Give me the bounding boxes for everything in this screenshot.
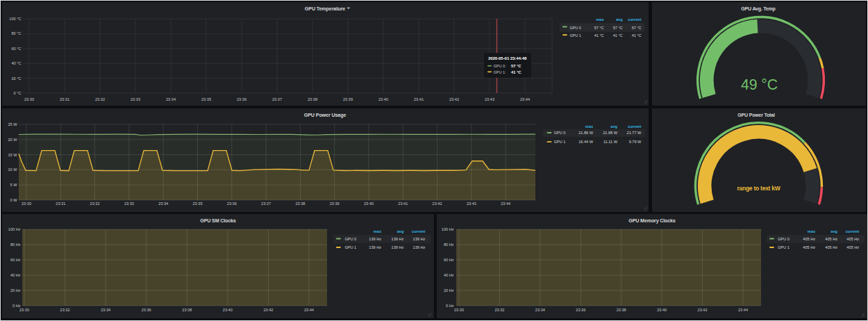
svg-text:23:38: 23:38 <box>617 308 626 312</box>
svg-text:23:39: 23:39 <box>343 97 353 101</box>
svg-text:23:36: 23:36 <box>142 308 151 312</box>
svg-text:100 °C: 100 °C <box>9 17 21 21</box>
svg-text:GPU 0: GPU 0 <box>554 131 566 135</box>
svg-text:405 Hz: 405 Hz <box>825 237 837 241</box>
svg-text:23:33: 23:33 <box>131 97 140 101</box>
svg-text:41 °C: 41 °C <box>594 33 604 38</box>
svg-text:23:42: 23:42 <box>433 201 442 206</box>
svg-text:405 Hz: 405 Hz <box>846 237 859 241</box>
svg-text:57 °C: 57 °C <box>613 26 623 30</box>
svg-text:0 °C: 0 °C <box>14 91 22 95</box>
svg-text:80 °C: 80 °C <box>11 31 21 35</box>
svg-text:20 W: 20 W <box>8 138 17 142</box>
svg-text:57 °C: 57 °C <box>594 26 604 30</box>
svg-text:23:34: 23:34 <box>158 201 168 206</box>
svg-text:60 Hz: 60 Hz <box>444 258 454 262</box>
svg-text:139 Hz: 139 Hz <box>413 237 426 241</box>
svg-text:GPU 1: GPU 1 <box>554 140 566 144</box>
svg-text:GPU 1:: GPU 1: <box>494 70 507 74</box>
svg-text:20 Hz: 20 Hz <box>444 288 454 293</box>
svg-text:max: max <box>585 124 594 129</box>
svg-text:GPU Memory Clocks: GPU Memory Clocks <box>628 217 676 224</box>
svg-text:avg: avg <box>616 17 623 22</box>
svg-text:23:30: 23:30 <box>454 308 464 312</box>
svg-text:40 °C: 40 °C <box>11 61 21 65</box>
svg-text:60 °C: 60 °C <box>11 47 21 51</box>
svg-text:avg: avg <box>610 124 617 129</box>
svg-text:23:32: 23:32 <box>95 97 105 101</box>
svg-text:current: current <box>628 124 641 129</box>
svg-text:GPU 0:: GPU 0: <box>494 64 507 68</box>
svg-text:60 Hz: 60 Hz <box>10 258 21 262</box>
svg-text:23:30: 23:30 <box>22 201 31 206</box>
svg-text:GPU 1: GPU 1 <box>778 245 790 249</box>
svg-text:16.44 W: 16.44 W <box>578 140 594 144</box>
svg-text:21.77 W: 21.77 W <box>627 131 642 135</box>
svg-text:20 °C: 20 °C <box>11 76 21 81</box>
svg-text:GPU SM Clocks: GPU SM Clocks <box>200 217 236 224</box>
svg-text:23:32: 23:32 <box>60 308 70 312</box>
svg-text:23:42: 23:42 <box>698 308 708 312</box>
svg-text:100 Hz: 100 Hz <box>442 227 454 231</box>
svg-text:23:34: 23:34 <box>166 97 176 101</box>
svg-text:23:39: 23:39 <box>330 201 340 206</box>
svg-text:GPU Temperature: GPU Temperature <box>305 6 345 12</box>
svg-text:23:43: 23:43 <box>485 97 494 101</box>
svg-text:41 °C: 41 °C <box>511 70 521 74</box>
svg-text:GPU 0: GPU 0 <box>569 26 581 30</box>
svg-text:139 Hz: 139 Hz <box>392 245 404 249</box>
svg-text:23:37: 23:37 <box>272 97 282 101</box>
svg-text:23:36: 23:36 <box>576 308 585 312</box>
svg-text:GPU 1: GPU 1 <box>569 33 581 38</box>
svg-text:range to text kW: range to text kW <box>737 185 781 192</box>
svg-text:max: max <box>808 229 816 233</box>
svg-text:23:36: 23:36 <box>227 201 237 206</box>
svg-text:23:40: 23:40 <box>657 308 667 312</box>
svg-text:0 W: 0 W <box>10 198 18 202</box>
svg-text:23:38: 23:38 <box>182 308 192 312</box>
svg-text:10 W: 10 W <box>8 167 17 172</box>
svg-text:25 W: 25 W <box>8 122 17 126</box>
svg-text:23:43: 23:43 <box>467 201 476 206</box>
svg-text:20 Hz: 20 Hz <box>10 288 21 293</box>
svg-text:current: current <box>846 229 859 233</box>
svg-text:139 Hz: 139 Hz <box>369 237 381 241</box>
svg-text:405 Hz: 405 Hz <box>846 245 859 249</box>
svg-text:41 °C: 41 °C <box>632 33 642 38</box>
svg-text:23:37: 23:37 <box>261 201 271 206</box>
svg-text:23:40: 23:40 <box>223 308 233 312</box>
svg-text:15 W: 15 W <box>8 153 17 157</box>
svg-text:40 Hz: 40 Hz <box>444 273 454 277</box>
svg-text:23:41: 23:41 <box>414 97 424 101</box>
svg-text:23:33: 23:33 <box>124 201 134 206</box>
svg-text:23:36: 23:36 <box>237 97 247 101</box>
svg-text:23:41: 23:41 <box>398 201 408 206</box>
svg-text:max: max <box>596 17 604 22</box>
svg-text:23:34: 23:34 <box>535 308 545 312</box>
svg-text:23:42: 23:42 <box>263 308 273 312</box>
svg-text:avg: avg <box>831 229 837 233</box>
svg-text:49 °C: 49 °C <box>741 76 778 92</box>
svg-text:23:30: 23:30 <box>19 308 29 312</box>
svg-text:23:31: 23:31 <box>56 201 65 206</box>
svg-text:23:32: 23:32 <box>494 308 504 312</box>
svg-text:23:38: 23:38 <box>295 201 305 206</box>
svg-text:current: current <box>628 17 641 22</box>
svg-text:40 Hz: 40 Hz <box>10 273 21 277</box>
svg-text:23:38: 23:38 <box>308 97 317 101</box>
svg-text:23:42: 23:42 <box>449 97 459 101</box>
svg-text:80 Hz: 80 Hz <box>444 242 454 247</box>
svg-text:57 °C: 57 °C <box>511 64 521 68</box>
svg-text:405 Hz: 405 Hz <box>825 245 837 249</box>
svg-text:GPU Power Usage: GPU Power Usage <box>304 112 347 118</box>
svg-text:2020-05-01 23:44:48: 2020-05-01 23:44:48 <box>488 56 527 60</box>
svg-text:23:32: 23:32 <box>90 201 100 206</box>
svg-text:21.68 W: 21.68 W <box>603 131 618 135</box>
svg-text:23:40: 23:40 <box>378 97 388 101</box>
svg-text:41 °C: 41 °C <box>613 33 623 38</box>
svg-text:139 Hz: 139 Hz <box>413 245 426 249</box>
svg-text:80 Hz: 80 Hz <box>10 242 21 247</box>
svg-text:GPU 1: GPU 1 <box>344 245 356 249</box>
svg-text:9.79 W: 9.79 W <box>629 140 642 144</box>
svg-text:405 Hz: 405 Hz <box>803 245 815 249</box>
